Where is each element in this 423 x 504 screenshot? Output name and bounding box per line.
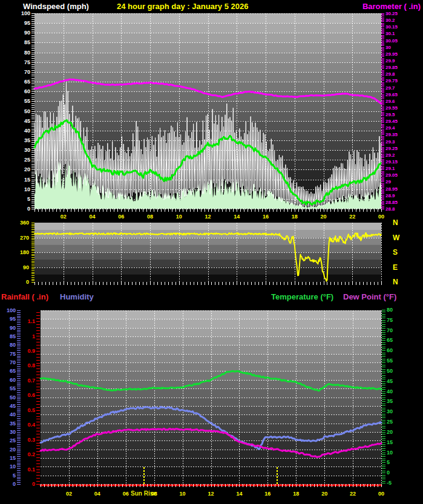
svg-text:29.65: 29.65 (385, 92, 398, 97)
svg-text:15: 15 (387, 439, 393, 445)
svg-text:02: 02 (61, 214, 67, 220)
svg-text:90: 90 (23, 264, 29, 270)
svg-text:95: 95 (10, 316, 16, 322)
svg-text:30: 30 (24, 147, 30, 153)
svg-text:75: 75 (24, 59, 30, 65)
svg-text:10: 10 (24, 186, 30, 192)
svg-text:85: 85 (24, 39, 30, 45)
svg-text:60: 60 (24, 88, 30, 94)
svg-text:0.4: 0.4 (27, 422, 35, 428)
humidity-series-title: Humidity (60, 292, 94, 301)
svg-text:0.9: 0.9 (27, 348, 35, 354)
svg-text:0.5: 0.5 (27, 407, 35, 413)
svg-text:0.7: 0.7 (27, 378, 35, 384)
svg-text:30.15: 30.15 (385, 24, 398, 30)
svg-text:45: 45 (24, 118, 30, 124)
svg-text:20: 20 (10, 447, 16, 453)
svg-text:06: 06 (118, 214, 124, 220)
svg-text:20: 20 (320, 214, 326, 220)
svg-text:0: 0 (13, 481, 16, 487)
svg-text:14: 14 (234, 214, 240, 220)
dew-point-series-title: Dew Point (°F) (343, 292, 396, 301)
svg-text:29.2: 29.2 (385, 152, 395, 158)
svg-text:40: 40 (387, 388, 393, 394)
svg-text:N: N (393, 218, 398, 227)
svg-text:45: 45 (387, 378, 393, 384)
svg-text:20: 20 (321, 491, 327, 497)
svg-text:5: 5 (27, 196, 30, 202)
svg-text:0: 0 (32, 481, 35, 487)
svg-text:29.5: 29.5 (385, 112, 395, 117)
svg-text:16: 16 (264, 491, 271, 497)
svg-text:30: 30 (10, 429, 16, 435)
svg-text:29.7: 29.7 (385, 85, 395, 91)
svg-text:60: 60 (387, 347, 393, 353)
svg-text:00: 00 (378, 491, 384, 497)
svg-text:29.15: 29.15 (385, 159, 398, 165)
svg-text:30.1: 30.1 (385, 31, 395, 36)
svg-text:18: 18 (292, 214, 298, 220)
svg-text:29.45: 29.45 (385, 119, 398, 124)
svg-text:30.2: 30.2 (385, 18, 395, 23)
svg-text:65: 65 (24, 79, 30, 85)
svg-text:29.1: 29.1 (385, 166, 395, 171)
svg-text:N: N (393, 278, 398, 286)
svg-text:0.2: 0.2 (27, 451, 35, 457)
svg-text:5: 5 (387, 459, 390, 465)
temperature-axis-title: Temperature (°F) (271, 292, 333, 301)
svg-text:0: 0 (27, 206, 30, 212)
svg-text:15: 15 (24, 177, 30, 183)
svg-text:14: 14 (236, 491, 242, 497)
svg-text:28.85: 28.85 (385, 200, 398, 205)
svg-text:0.8: 0.8 (27, 362, 35, 368)
svg-text:90: 90 (24, 30, 30, 36)
svg-text:95: 95 (24, 20, 30, 26)
svg-text:5: 5 (13, 473, 16, 479)
svg-text:02: 02 (66, 491, 72, 497)
svg-text:25: 25 (387, 419, 393, 425)
svg-text:12: 12 (205, 214, 211, 220)
svg-text:270: 270 (20, 235, 29, 241)
svg-text:-5: -5 (387, 480, 392, 486)
svg-text:100: 100 (21, 10, 30, 16)
svg-text:55: 55 (10, 385, 16, 391)
svg-text:0.3: 0.3 (27, 437, 35, 443)
svg-text:10: 10 (180, 491, 186, 497)
svg-text:29.95: 29.95 (385, 51, 398, 57)
svg-text:55: 55 (387, 358, 393, 364)
svg-text:0: 0 (26, 279, 29, 285)
svg-text:29.9: 29.9 (385, 58, 395, 64)
svg-text:360: 360 (20, 220, 29, 226)
svg-text:29: 29 (385, 179, 391, 185)
svg-text:16: 16 (263, 214, 269, 220)
svg-text:20: 20 (387, 429, 393, 435)
svg-text:08: 08 (151, 491, 157, 497)
svg-text:08: 08 (147, 214, 153, 220)
svg-text:70: 70 (10, 359, 16, 365)
svg-text:65: 65 (10, 368, 16, 374)
svg-text:10: 10 (387, 450, 393, 456)
svg-text:75: 75 (10, 351, 16, 357)
svg-text:50: 50 (387, 368, 393, 374)
svg-text:90: 90 (10, 325, 16, 331)
svg-text:50: 50 (24, 108, 30, 114)
svg-text:60: 60 (10, 377, 16, 383)
svg-text:04: 04 (94, 491, 100, 497)
svg-text:30: 30 (387, 408, 393, 414)
svg-text:12: 12 (208, 491, 214, 497)
svg-text:35: 35 (387, 398, 393, 404)
svg-text:29.35: 29.35 (385, 132, 398, 137)
svg-text:25: 25 (24, 157, 30, 163)
svg-text:29.8: 29.8 (385, 71, 395, 77)
svg-text:25: 25 (10, 437, 16, 443)
svg-text:80: 80 (24, 50, 30, 56)
svg-text:00: 00 (378, 214, 384, 220)
svg-text:45: 45 (10, 403, 16, 409)
svg-text:29.4: 29.4 (385, 125, 395, 131)
svg-text:28.95: 28.95 (385, 186, 398, 192)
svg-text:29.25: 29.25 (385, 146, 398, 151)
svg-text:180: 180 (20, 249, 29, 255)
weather-graphs-canvas: 1009590858075706560555045403530252015105… (0, 0, 423, 504)
svg-text:10: 10 (176, 214, 182, 220)
svg-text:85: 85 (10, 333, 16, 339)
